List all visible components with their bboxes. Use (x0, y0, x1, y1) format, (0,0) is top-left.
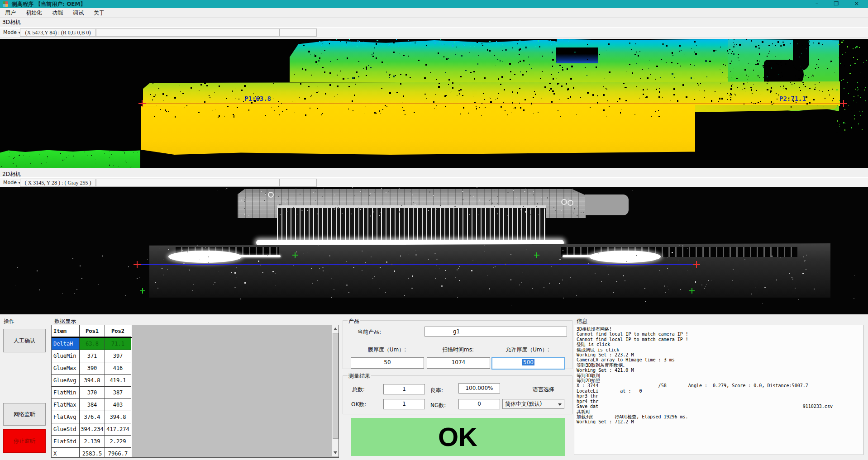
table-row[interactable]: FlatMax384403 (52, 399, 132, 411)
minimize-button[interactable]: – (809, 0, 825, 8)
table-row[interactable]: X2583.57966.7 (52, 448, 132, 458)
speckle (520, 209, 521, 210)
column-header[interactable]: Pos1 (80, 325, 105, 337)
speckle (755, 64, 757, 65)
speckle (682, 245, 683, 247)
speckle (694, 99, 695, 100)
speckle (526, 249, 526, 250)
speckle (354, 42, 355, 43)
table-row[interactable]: FlatAvg376.4394.8 (52, 411, 132, 423)
speckle (426, 45, 427, 46)
menu-item[interactable]: 初始化 (21, 8, 47, 17)
ng-count-field[interactable]: 0 (458, 399, 500, 409)
total-field[interactable]: 1 (383, 384, 425, 394)
crosshair-marker-green (140, 288, 145, 294)
speckle (297, 214, 298, 215)
network-listen-button[interactable]: 网络监听 (3, 403, 46, 426)
table-row[interactable]: GlueMin371397 (52, 350, 132, 362)
speckle (617, 101, 618, 102)
mode-dropdown-3d[interactable]: Mode ▾ (1, 28, 22, 36)
speckle (751, 294, 752, 294)
table-row[interactable]: FlatStd2.1392.229 (52, 436, 132, 448)
menu-item[interactable]: 功能 (47, 8, 68, 17)
speckle (150, 94, 151, 95)
current-product-field[interactable]: g1 (424, 327, 567, 337)
ok-count-field[interactable]: 1 (383, 399, 425, 409)
speckle (606, 51, 606, 51)
scroll-up-icon[interactable] (332, 325, 339, 332)
camera3d-view[interactable]: P1:63.8 P2:71.1 (0, 39, 868, 168)
speckle (854, 275, 855, 275)
speckle (563, 280, 563, 280)
speckle (458, 268, 459, 269)
speckle (329, 84, 331, 86)
table-scrollbar[interactable] (332, 325, 339, 456)
speckle (126, 162, 127, 162)
speckle (310, 108, 310, 109)
speckle (261, 191, 262, 193)
speckle (373, 52, 375, 54)
speckle (399, 211, 400, 213)
speckle (353, 112, 354, 112)
scan-time-field[interactable]: 1074 (427, 357, 490, 369)
speckle (680, 289, 681, 290)
language-select-dropdown[interactable]: 简体中文(默认) (502, 399, 564, 409)
table-cell: 2.229 (105, 436, 131, 448)
table-row[interactable]: DeltaH63.871.1 (52, 338, 132, 350)
scrollbar-thumb[interactable] (333, 333, 339, 439)
info-log[interactable]: 3D相机没有网络!Cannot find local IP to match c… (574, 325, 863, 455)
maximize-button[interactable]: ❐ (829, 0, 844, 8)
speckle (494, 190, 495, 191)
speckle (597, 95, 599, 96)
speckle (380, 213, 381, 213)
speckle (436, 105, 437, 106)
speckle (253, 93, 254, 94)
speckle (847, 46, 848, 47)
speckle (325, 93, 326, 95)
close-button[interactable]: ✕ (849, 0, 864, 8)
column-header[interactable]: Item (52, 325, 80, 337)
speckle (162, 268, 162, 269)
stop-listen-button[interactable]: 停止监听 (3, 429, 46, 453)
speckle (329, 255, 330, 256)
speckle (125, 161, 125, 161)
table-row[interactable]: FlatMin370387 (52, 387, 132, 399)
menu-item[interactable]: 用户 (0, 8, 21, 17)
speckle (174, 97, 176, 99)
manual-confirm-button[interactable]: 人工确认 (3, 329, 46, 352)
film-thickness-field[interactable]: 50 (351, 357, 424, 369)
speckle (834, 72, 835, 73)
speckle (192, 290, 193, 291)
yield-field[interactable]: 100.000% (458, 383, 500, 394)
table-row[interactable]: GlueStd394.234417.274 (52, 423, 132, 436)
speckle (517, 43, 518, 45)
camera3d-label: 3D相机 (2, 19, 21, 26)
column-header[interactable]: Pos2 (105, 325, 131, 337)
menu-item[interactable]: 关于 (89, 8, 110, 17)
speckle (803, 256, 804, 257)
menu-bar: 用户初始化功能调试关于 (0, 8, 868, 18)
speckle (362, 270, 362, 271)
speckle (650, 74, 651, 75)
speckle (694, 79, 695, 79)
menu-item[interactable]: 调试 (68, 8, 89, 17)
speckle (558, 72, 559, 73)
speckle (841, 119, 842, 120)
speckle (734, 94, 735, 95)
speckle (819, 90, 820, 91)
speckle (386, 261, 387, 263)
camera2d-view[interactable] (0, 187, 868, 314)
speckle (634, 114, 635, 115)
table-row[interactable]: GlueAvg394.8419.1 (52, 375, 132, 387)
speckle (853, 57, 854, 58)
speckle (525, 99, 526, 100)
speckle (656, 259, 657, 260)
table-cell: 390 (80, 362, 105, 375)
speckle (85, 152, 86, 152)
scroll-down-icon[interactable] (332, 449, 339, 456)
speckle (456, 47, 457, 47)
mode-dropdown-2d[interactable]: Mode ▾ (1, 179, 22, 186)
allowed-thickness-field[interactable]: 500 (491, 357, 565, 370)
table-row[interactable]: GlueMax390416 (52, 362, 132, 375)
speckle (241, 199, 242, 201)
